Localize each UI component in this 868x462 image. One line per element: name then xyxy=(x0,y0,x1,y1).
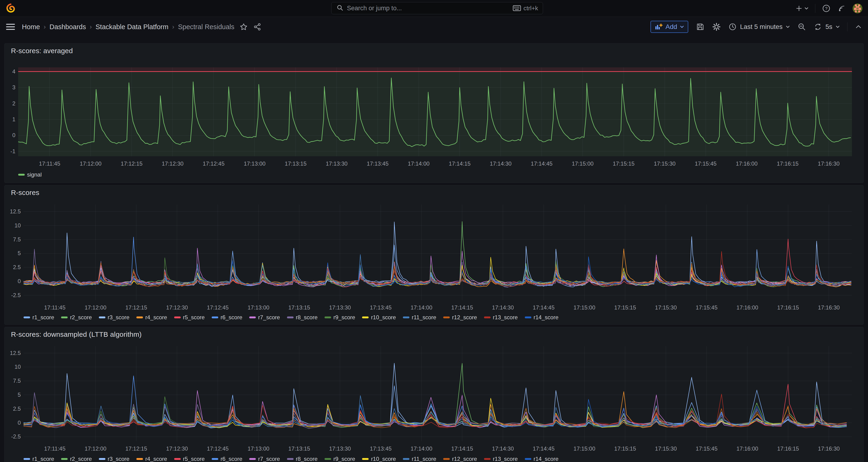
clock-icon xyxy=(728,23,737,31)
save-dashboard-button[interactable] xyxy=(696,22,705,31)
refresh-picker[interactable]: 5s xyxy=(814,23,840,31)
legend-item-r1_score[interactable]: r1_score xyxy=(24,456,54,462)
legend-item-r12_score[interactable]: r12_score xyxy=(443,314,477,321)
legend-item-r2_score[interactable]: r2_score xyxy=(61,456,92,462)
time-range-picker[interactable]: Last 5 minutes xyxy=(728,23,790,31)
legend-series-name: r10_score xyxy=(371,314,396,321)
grafana-logo[interactable] xyxy=(5,3,16,14)
save-icon xyxy=(696,22,705,31)
help-icon: ? xyxy=(822,4,831,13)
legend-color-chip xyxy=(287,316,293,318)
x-axis: 17:11:4517:12:0017:12:1517:12:3017:12:45… xyxy=(24,446,852,453)
y-tick-label: 4 xyxy=(12,69,16,74)
x-tick-label: 17:13:00 xyxy=(244,161,265,166)
y-tick-label: 0 xyxy=(12,132,16,138)
x-tick-label: 17:13:15 xyxy=(285,161,306,166)
menu-toggle-button[interactable] xyxy=(6,22,15,31)
legend-series-name: r5_score xyxy=(183,456,205,462)
legend-item-r7_score[interactable]: r7_score xyxy=(249,314,280,321)
legend-series-name: r12_score xyxy=(452,456,477,462)
legend-item-r11_score[interactable]: r11_score xyxy=(403,314,436,321)
legend-series-name: r10_score xyxy=(371,456,396,462)
legend-item-r7_score[interactable]: r7_score xyxy=(249,456,280,462)
breadcrumb-dashboards[interactable]: Dashboards xyxy=(50,23,86,31)
legend-item-r3_score[interactable]: r3_score xyxy=(99,456,129,462)
share-icon xyxy=(253,23,261,31)
legend-item-r2_score[interactable]: r2_score xyxy=(61,314,92,321)
x-tick-label: 17:11:45 xyxy=(44,305,65,310)
chevron-down-icon xyxy=(836,25,840,28)
legend-item-r3_score[interactable]: r3_score xyxy=(99,314,129,321)
search-input[interactable]: Search or jump to... ctrl+k xyxy=(331,2,543,14)
legend-item-r8_score[interactable]: r8_score xyxy=(287,456,317,462)
y-tick-label: 10 xyxy=(14,364,21,370)
legend-item-r11_score[interactable]: r11_score xyxy=(403,456,436,462)
legend-item-r14_score[interactable]: r14_score xyxy=(525,314,559,321)
panel-title[interactable]: R-scores: averaged xyxy=(11,47,73,55)
share-button[interactable] xyxy=(253,23,261,31)
chart-plot-area[interactable] xyxy=(18,67,852,156)
legend-item-signal[interactable]: signal xyxy=(18,172,42,178)
chart-legend: signal xyxy=(18,172,42,178)
legend-item-r13_score[interactable]: r13_score xyxy=(484,314,518,321)
legend-item-r6_score[interactable]: r6_score xyxy=(212,314,242,321)
user-avatar[interactable] xyxy=(852,3,862,13)
legend-color-chip xyxy=(324,316,331,318)
keyboard-icon xyxy=(513,5,521,11)
help-button[interactable]: ? xyxy=(822,4,831,13)
legend-item-r5_score[interactable]: r5_score xyxy=(174,456,205,462)
star-icon xyxy=(240,23,248,31)
legend-item-r4_score[interactable]: r4_score xyxy=(136,456,167,462)
chart-legend: r1_scorer2_scorer3_scorer4_scorer5_score… xyxy=(24,314,558,321)
add-panel-button[interactable]: Add xyxy=(650,21,688,33)
x-tick-label: 17:12:45 xyxy=(203,161,224,166)
legend-color-chip xyxy=(484,316,491,318)
legend-item-r6_score[interactable]: r6_score xyxy=(212,456,242,462)
legend-item-r8_score[interactable]: r8_score xyxy=(287,314,317,321)
legend-color-chip xyxy=(403,458,409,460)
new-button[interactable] xyxy=(795,4,809,12)
legend-item-r9_score[interactable]: r9_score xyxy=(324,456,355,462)
legend-item-r5_score[interactable]: r5_score xyxy=(174,314,205,321)
legend-item-r12_score[interactable]: r12_score xyxy=(443,456,477,462)
x-tick-label: 17:12:00 xyxy=(85,305,106,310)
x-tick-label: 17:14:45 xyxy=(533,446,554,452)
x-tick-label: 17:12:15 xyxy=(121,161,143,166)
panel-title[interactable]: R-scores xyxy=(11,189,39,196)
refresh-interval-label: 5s xyxy=(825,23,832,31)
favorite-star-button[interactable] xyxy=(240,23,248,31)
chart-plot-area[interactable] xyxy=(24,346,852,441)
legend-item-r10_score[interactable]: r10_score xyxy=(362,314,396,321)
legend-series-name: r13_score xyxy=(493,314,518,321)
chart-plot-area[interactable] xyxy=(24,205,852,300)
add-panel-icon xyxy=(655,23,662,31)
legend-item-r4_score[interactable]: r4_score xyxy=(136,314,167,321)
chevron-up-icon xyxy=(855,24,862,29)
panel-r-scores-averaged: R-scores: averaged -101234 17:11:4517:12… xyxy=(4,43,864,183)
legend-item-r13_score[interactable]: r13_score xyxy=(484,456,518,462)
legend-item-r10_score[interactable]: r10_score xyxy=(362,456,396,462)
breadcrumb-home[interactable]: Home xyxy=(22,23,40,31)
panel-title[interactable]: R-scores: downsampled (LTTB algorithm) xyxy=(11,331,142,338)
dashboard-settings-button[interactable] xyxy=(712,22,721,31)
x-tick-label: 17:16:00 xyxy=(737,446,758,452)
breadcrumb-folder[interactable]: Stackable Data Platform xyxy=(96,23,168,31)
legend-series-name: r11_score xyxy=(412,456,436,462)
dashboard-grid: R-scores: averaged -101234 17:11:4517:12… xyxy=(0,37,868,462)
zoom-out-time-button[interactable] xyxy=(797,22,806,31)
legend-item-r1_score[interactable]: r1_score xyxy=(24,314,54,321)
x-tick-label: 17:16:15 xyxy=(777,305,799,310)
legend-series-name: r13_score xyxy=(493,456,518,462)
x-tick-label: 17:16:30 xyxy=(818,161,840,166)
x-tick-label: 17:15:30 xyxy=(655,305,677,310)
top-nav-bar: Search or jump to... ctrl+k ? xyxy=(0,0,868,17)
legend-item-r14_score[interactable]: r14_score xyxy=(525,456,559,462)
legend-color-chip xyxy=(362,316,369,318)
legend-item-r9_score[interactable]: r9_score xyxy=(324,314,355,321)
collapse-toolbar-button[interactable] xyxy=(855,24,862,29)
breadcrumb-separator: › xyxy=(43,23,46,31)
news-button[interactable] xyxy=(837,4,846,13)
x-tick-label: 17:14:00 xyxy=(408,161,430,166)
legend-series-name: r1_score xyxy=(32,314,54,321)
x-tick-label: 17:15:45 xyxy=(695,161,716,166)
